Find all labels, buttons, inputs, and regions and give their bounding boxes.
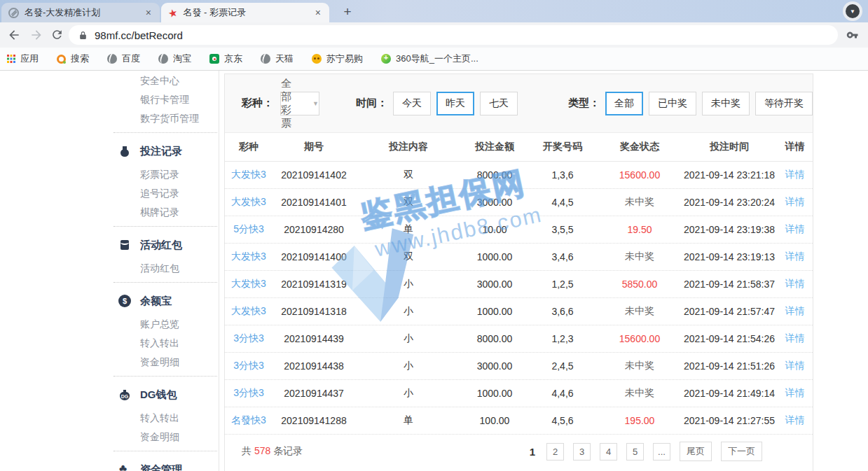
- cell-numbers: 4,4,6: [528, 388, 598, 399]
- lottery-select[interactable]: 全部彩票 ▼: [280, 92, 319, 115]
- page-button-3[interactable]: 3: [573, 443, 591, 461]
- sidebar-item-转入转出[interactable]: 转入转出: [112, 334, 219, 353]
- page-button-5[interactable]: 5: [626, 443, 644, 461]
- detail-link[interactable]: 详情: [777, 169, 813, 181]
- tab-title: 名發-大发精准计划: [25, 6, 139, 19]
- cell-issue: 202109141401: [273, 197, 355, 208]
- page-button-...[interactable]: ...: [653, 443, 670, 461]
- cell-numbers: 1,3,6: [528, 169, 598, 181]
- filter-button-昨天[interactable]: 昨天: [436, 92, 474, 115]
- cell-issue: 20210914438: [273, 360, 355, 372]
- profile-button[interactable]: ▼: [843, 1, 862, 21]
- filter-button-今天[interactable]: 今天: [393, 92, 431, 115]
- bookmark-item[interactable]: 京东: [209, 52, 242, 65]
- sidebar-section-label: 资金管理: [140, 463, 182, 471]
- detail-link[interactable]: 详情: [777, 251, 813, 263]
- sidebar-item-数字货币管理[interactable]: 数字货币管理: [112, 109, 219, 128]
- table-row: 5分快320210914280单10.003,5,519.502021-09-1…: [225, 216, 813, 244]
- page-button-2[interactable]: 2: [546, 443, 564, 461]
- tab-bet-record[interactable]: ★ 名發 - 彩票记录 ×: [161, 3, 329, 22]
- record-count: 578: [254, 445, 270, 456]
- chevron-down-icon: ▼: [846, 4, 860, 18]
- cell-numbers: 1,2,5: [528, 279, 598, 290]
- sidebar-item-资金明细[interactable]: 资金明细: [112, 353, 219, 372]
- sidebar-item-棋牌记录[interactable]: 棋牌记录: [112, 203, 219, 222]
- tab-title: 名發 - 彩票记录: [183, 6, 308, 19]
- cell-amount: 3000.00: [462, 279, 528, 290]
- pagination-bar: 共 578 条记录 12345...尾页下一页: [225, 435, 813, 468]
- sidebar-item-彩票记录[interactable]: 彩票记录: [112, 165, 219, 184]
- last-page-button[interactable]: 尾页: [680, 442, 712, 461]
- detail-link[interactable]: 详情: [777, 387, 813, 400]
- sidebar-item-活动红包[interactable]: 活动红包: [112, 259, 219, 278]
- bookmark-item[interactable]: 百度: [107, 52, 140, 65]
- cell-numbers: 3,5,5: [528, 224, 598, 235]
- apps-grid-icon: [7, 55, 15, 63]
- key-icon[interactable]: [846, 29, 859, 44]
- cell-status: 未中奖: [598, 360, 682, 372]
- refresh-button[interactable]: [50, 28, 64, 42]
- lottery-filter-label: 彩种：: [242, 97, 273, 110]
- sidebar-section-label: 投注记录: [140, 145, 182, 158]
- filter-button-未中奖[interactable]: 未中奖: [702, 92, 750, 115]
- bookmark-label: 京东: [224, 52, 242, 65]
- bookmark-item[interactable]: 苏宁易购: [312, 52, 363, 65]
- red-packet-icon: [118, 239, 131, 251]
- cell-issue: 202109141400: [273, 251, 355, 262]
- cell-numbers: 4,5,6: [528, 415, 598, 426]
- cell-issue: 202109141319: [273, 279, 355, 290]
- sidebar-section-投注记录[interactable]: 投注记录: [112, 137, 219, 165]
- cell-numbers: 3,6,6: [528, 306, 598, 317]
- sidebar-section-DG钱包[interactable]: DG钱包: [112, 381, 219, 409]
- detail-link[interactable]: 详情: [777, 196, 813, 209]
- cell-time: 2021-09-14 21:58:37: [682, 279, 777, 290]
- lock-icon: [78, 31, 88, 40]
- back-button[interactable]: [7, 28, 21, 42]
- bookmark-item[interactable]: 应用: [7, 52, 39, 65]
- bookmark-item[interactable]: 淘宝: [158, 52, 191, 65]
- new-tab-button[interactable]: +: [339, 3, 356, 20]
- sidebar-item-安全中心[interactable]: 安全中心: [112, 71, 219, 90]
- bookmark-label: 应用: [20, 52, 39, 65]
- nav-360-icon: [381, 54, 391, 64]
- cell-content: 小: [355, 332, 462, 345]
- cell-issue: 20210914439: [273, 333, 355, 344]
- jd-icon: [209, 54, 219, 64]
- cell-content: 双: [355, 169, 462, 181]
- url-bar[interactable]: 98mf.cc/betRecord: [69, 25, 838, 45]
- detail-link[interactable]: 详情: [777, 305, 813, 318]
- bookmark-item[interactable]: 搜索: [57, 52, 89, 65]
- sidebar-item-账户总览[interactable]: 账户总览: [112, 315, 219, 334]
- forward-button[interactable]: [29, 28, 43, 42]
- sidebar-section-活动红包[interactable]: 活动红包: [112, 231, 219, 259]
- sidebar-item-追号记录[interactable]: 追号记录: [112, 184, 219, 203]
- close-icon[interactable]: ×: [314, 7, 322, 18]
- close-icon[interactable]: ×: [144, 7, 153, 18]
- sidebar-section-资金管理[interactable]: 资金管理: [112, 456, 219, 471]
- bookmark-item[interactable]: 天猫: [261, 52, 294, 65]
- filter-button-全部[interactable]: 全部: [605, 92, 643, 115]
- detail-link[interactable]: 详情: [777, 332, 813, 345]
- cell-status: 195.00: [598, 415, 682, 426]
- tab-plan[interactable]: 名發-大发精准计划 ×: [1, 3, 160, 22]
- detail-link[interactable]: 详情: [777, 278, 813, 290]
- bookmark-item[interactable]: 360导航_一个主页...: [381, 52, 478, 65]
- detail-link[interactable]: 详情: [777, 223, 813, 236]
- filter-button-已中奖[interactable]: 已中奖: [649, 92, 696, 115]
- sidebar-item-资金明细[interactable]: 资金明细: [112, 428, 219, 447]
- table-row: 大发快3202109141318小1000.003,6,6未中奖2021-09-…: [225, 298, 813, 325]
- sidebar-item-银行卡管理[interactable]: 银行卡管理: [112, 90, 219, 109]
- detail-link[interactable]: 详情: [777, 414, 813, 427]
- cell-time: 2021-09-14 23:19:13: [682, 251, 777, 262]
- filter-button-七天[interactable]: 七天: [480, 92, 518, 115]
- table-header: 彩种期号投注内容投注金额开奖号码奖金状态投注时间详情: [225, 133, 813, 162]
- filter-button-等待开奖[interactable]: 等待开奖: [755, 92, 813, 115]
- detail-link[interactable]: 详情: [777, 360, 813, 372]
- cell-time: 2021-09-14 21:57:47: [682, 306, 777, 317]
- page-button-4[interactable]: 4: [600, 443, 617, 461]
- sidebar-item-转入转出[interactable]: 转入转出: [112, 409, 219, 428]
- cell-issue: 20210914280: [273, 224, 355, 235]
- cell-numbers: 3,4,6: [528, 251, 598, 262]
- next-page-button[interactable]: 下一页: [721, 442, 762, 461]
- sidebar-section-余额宝[interactable]: 余额宝: [112, 287, 219, 315]
